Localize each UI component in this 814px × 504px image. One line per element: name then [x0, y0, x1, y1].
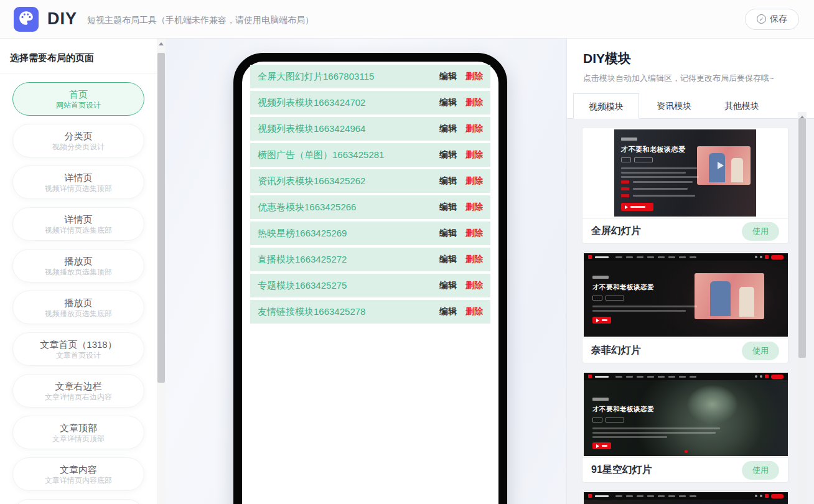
module-tab[interactable]: 其他模块 [709, 93, 774, 119]
module-name-link[interactable]: 视频列表模块1663424964 [258, 123, 365, 135]
preview-navbar [584, 253, 788, 261]
delete-link[interactable]: 删除 [465, 228, 483, 239]
scrollbar-thumb[interactable] [798, 118, 806, 358]
module-name-link[interactable]: 全屏大图幻灯片1667803115 [258, 71, 374, 83]
check-circle-icon: ✓ [757, 14, 766, 24]
preview-photo [697, 146, 751, 185]
page-button-subtitle: 文章详情页顶部 [52, 434, 105, 444]
sidebar-page-button[interactable]: 文章顶部 文章详情页顶部 [12, 416, 144, 449]
delete-link[interactable]: 删除 [465, 202, 483, 213]
module-row-actions: 编辑 删除 [439, 254, 483, 265]
preview-logo-icon [588, 255, 592, 259]
sidebar-page-button[interactable]: 首页 网站首页设计 [12, 82, 144, 116]
sidebar-page-button[interactable]: 分类页 视频分类页设计 [12, 124, 144, 157]
module-card[interactable]: 使用 [582, 490, 788, 504]
sidebar-page-button[interactable]: 详情页 视频详情页选集底部 [12, 207, 144, 241]
module-row-actions: 编辑 删除 [439, 97, 483, 108]
edit-link[interactable]: 编辑 [439, 280, 457, 291]
app-header: DIY 短视主题布局工具（手机端未作兼容，请使用电脑端布局） ✓ 保存 [0, 0, 814, 39]
edit-link[interactable]: 编辑 [439, 123, 457, 134]
module-card-list: 才不要和老板谈恋爱 全屏幻灯片 使用 [567, 119, 814, 504]
page-button-title: 首页 [69, 88, 88, 100]
sidebar-page-button[interactable]: 文章内容 文章详情页内容底部 [12, 457, 144, 491]
edit-link[interactable]: 编辑 [439, 149, 457, 161]
module-card-name: 全屏幻灯片 [591, 225, 641, 238]
page-button-subtitle: 视频详情页选集底部 [45, 225, 112, 235]
module-row-actions: 编辑 删除 [439, 280, 483, 291]
app-title: DIY [47, 9, 77, 29]
module-preview-image: 才不要和老板谈恋爱 [584, 373, 788, 456]
panel-title: DIY模块 [583, 50, 798, 67]
edit-link[interactable]: 编辑 [439, 306, 457, 317]
module-card-footer: 奈菲幻灯片 使用 [582, 338, 788, 363]
delete-link[interactable]: 删除 [465, 97, 483, 108]
edit-link[interactable]: 编辑 [439, 97, 457, 108]
edit-link[interactable]: 编辑 [439, 202, 457, 213]
preview-navbar [584, 373, 788, 380]
sidebar-page-button[interactable]: 文章首页（1318） 文章首页设计 [12, 332, 144, 366]
module-preview-wrap: 才不要和老板谈恋爱 [582, 128, 788, 218]
module-tab[interactable]: 视频模块 [573, 93, 639, 119]
use-button[interactable]: 使用 [742, 342, 779, 360]
module-card[interactable]: 才不要和老板谈恋爱 91星空幻灯片 使用 [582, 371, 788, 483]
module-row: 资讯列表模块1663425262 编辑 删除 [250, 169, 490, 193]
module-name-link[interactable]: 热映星榜1663425269 [258, 228, 347, 240]
scroll-up-arrow[interactable] [157, 39, 166, 49]
delete-link[interactable]: 删除 [465, 306, 483, 317]
scrollbar-thumb[interactable] [157, 53, 165, 383]
module-row: 热映星榜1663425269 编辑 删除 [250, 222, 490, 245]
module-row: 优惠卷模块1663425266 编辑 删除 [250, 195, 490, 219]
use-button[interactable]: 使用 [742, 222, 779, 241]
delete-link[interactable]: 删除 [465, 149, 483, 161]
sidebar-scrollbar[interactable] [157, 39, 166, 504]
module-name-link[interactable]: 横图广告（单图）1663425281 [258, 149, 384, 161]
delete-link[interactable]: 删除 [465, 123, 483, 134]
page-button-title: 详情页 [65, 172, 93, 184]
module-card-footer: 全屏幻灯片 使用 [582, 218, 788, 243]
sidebar-page-button[interactable]: 文章右边栏 文章详情页右边内容 [12, 374, 144, 408]
panel-subtitle: 点击模块自动加入编辑区，记得更改布局后要保存哦~ [583, 73, 798, 84]
module-row-actions: 编辑 删除 [439, 123, 483, 134]
module-name-link[interactable]: 直播模块1663425272 [258, 254, 347, 266]
edit-link[interactable]: 编辑 [439, 71, 457, 82]
module-name-link[interactable]: 视频列表模块1663424702 [258, 97, 365, 109]
module-card[interactable]: 才不要和老板谈恋爱 奈菲幻灯片 使用 [582, 251, 788, 363]
panel-header: DIY模块 点击模块自动加入编辑区，记得更改布局后要保存哦~ [567, 39, 814, 84]
page-button-title: 分类页 [65, 130, 93, 142]
module-name-link[interactable]: 资讯列表模块1663425262 [258, 175, 365, 187]
module-row-actions: 编辑 删除 [439, 228, 483, 239]
delete-link[interactable]: 删除 [465, 175, 483, 187]
module-tab[interactable]: 资讯模块 [642, 93, 706, 119]
sidebar-page-button[interactable]: 播放页 视频播放页选集底部 [12, 291, 144, 324]
module-card[interactable]: 才不要和老板谈恋爱 全屏幻灯片 使用 [582, 127, 788, 244]
use-button[interactable]: 使用 [742, 461, 779, 480]
module-row: 直播模块1663425272 编辑 删除 [250, 248, 490, 271]
page-button-title: 文章内容 [60, 464, 97, 475]
page-button-subtitle: 视频播放页选集底部 [45, 309, 112, 319]
page-button-subtitle: 视频播放页选集顶部 [45, 267, 112, 277]
page-list: 首页 网站首页设计 分类页 视频分类页设计 详情页 视频详情页选集顶部 详情页 … [0, 73, 157, 504]
preview-text-block: 才不要和老板谈恋爱 [592, 276, 701, 324]
preview-logo-icon [588, 375, 592, 378]
module-name-link[interactable]: 专题模块1663425275 [258, 280, 347, 292]
edit-link[interactable]: 编辑 [439, 175, 457, 187]
delete-link[interactable]: 删除 [465, 280, 483, 291]
sidebar-page-button[interactable]: 详情页 视频详情页选集顶部 [12, 166, 144, 199]
module-name-link[interactable]: 优惠卷模块1663425266 [258, 202, 356, 213]
page-button-subtitle: 文章详情页右边内容 [45, 392, 112, 402]
page-button-title: 文章顶部 [60, 422, 97, 434]
save-button[interactable]: ✓ 保存 [745, 9, 799, 30]
delete-link[interactable]: 删除 [465, 71, 483, 82]
page-button-subtitle: 文章首页设计 [56, 350, 101, 360]
module-name-link[interactable]: 友情链接模块1663425278 [258, 306, 365, 318]
module-row: 全屏大图幻灯片1667803115 编辑 删除 [250, 65, 490, 88]
page-button-title: 播放页 [65, 255, 93, 267]
sidebar-page-button[interactable]: DIY1 [12, 499, 144, 504]
module-list: 全屏大图幻灯片1667803115 编辑 删除 视频列表模块1663424702… [242, 62, 498, 329]
delete-link[interactable]: 删除 [465, 254, 483, 265]
edit-link[interactable]: 编辑 [439, 254, 457, 265]
panel-scrollbar[interactable] [798, 112, 807, 504]
page-button-subtitle: 视频分类页设计 [52, 142, 105, 152]
edit-link[interactable]: 编辑 [439, 228, 457, 239]
sidebar-page-button[interactable]: 播放页 视频播放页选集顶部 [12, 249, 144, 282]
